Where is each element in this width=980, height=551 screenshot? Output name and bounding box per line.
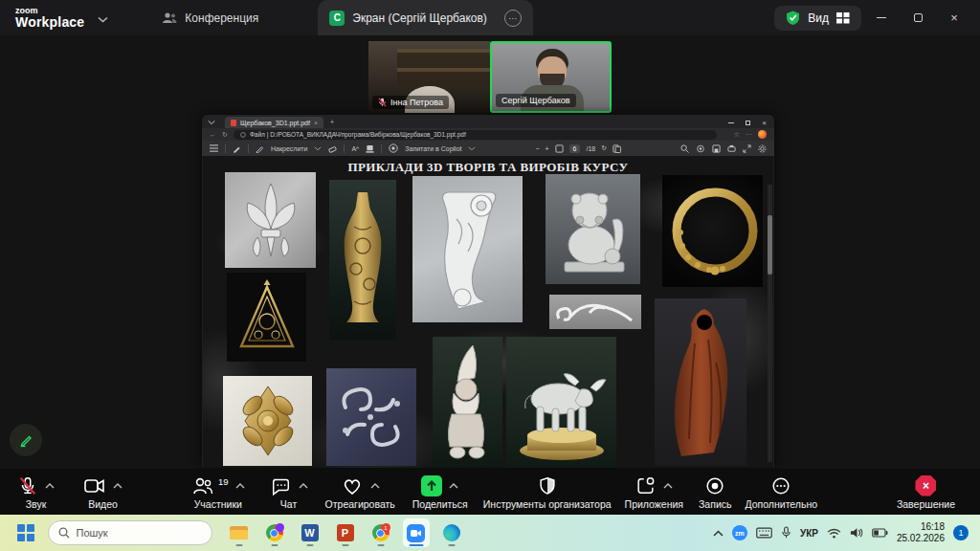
search-doc-icon[interactable]: [680, 144, 689, 153]
toolbar-video-button[interactable]: Видео: [83, 474, 122, 510]
settings-gear-icon[interactable]: [758, 144, 767, 153]
video-chevron-up-icon[interactable]: [113, 483, 122, 489]
browser-minimize-icon[interactable]: [728, 122, 734, 123]
pdf-scrollbar[interactable]: [768, 185, 772, 462]
taskbar-file-explorer[interactable]: [226, 518, 253, 547]
mic-muted-icon: [17, 475, 38, 496]
toolbar-participants-button[interactable]: 19 Участники: [191, 474, 245, 510]
edge-icon: [443, 524, 460, 541]
toolbar-record-button[interactable]: Запись: [699, 474, 731, 510]
copilot-button[interactable]: Запитати в Copilot: [405, 145, 461, 152]
taskbar-zoom-active[interactable]: [403, 518, 430, 547]
tab-options-ellipsis-icon[interactable]: ···: [504, 10, 522, 27]
taskbar-search-input[interactable]: Пошук: [48, 520, 212, 545]
notification-center-badge[interactable]: 1: [953, 525, 969, 540]
artwork-fleur-de-lis-relief: [225, 172, 316, 268]
participants-chevron-up-icon[interactable]: [235, 483, 245, 489]
text-size-icon[interactable]: Aᴬ: [351, 145, 359, 152]
page-view-icon[interactable]: [612, 144, 621, 153]
page-info-icon[interactable]: [240, 132, 246, 138]
fullscreen-icon[interactable]: [743, 144, 751, 153]
apps-chevron-up-icon[interactable]: [663, 483, 673, 489]
volume-icon[interactable]: [850, 527, 863, 539]
more-ellipsis-icon: [770, 475, 791, 496]
running-indicator: [448, 544, 455, 547]
browser-refresh-icon[interactable]: ↻: [222, 131, 228, 139]
browser-menu-ellipsis-icon[interactable]: ···: [746, 131, 752, 138]
taskbar-edge[interactable]: [438, 518, 465, 547]
window-close-button[interactable]: ×: [938, 4, 970, 33]
annotate-button[interactable]: [10, 424, 42, 456]
toolbar-chat-button[interactable]: Чат: [270, 474, 308, 510]
copilot-chevron-icon[interactable]: [468, 146, 476, 151]
toolbar-share-button[interactable]: Поделиться: [412, 474, 468, 510]
toolbar-apps-button[interactable]: Приложения: [625, 474, 683, 510]
start-button[interactable]: [17, 524, 34, 541]
eraser-icon[interactable]: [328, 144, 337, 153]
wifi-icon[interactable]: [827, 528, 841, 539]
current-page-field[interactable]: 6: [569, 144, 581, 153]
chat-chevron-up-icon[interactable]: [299, 483, 308, 489]
toolbar-react-button[interactable]: Отреагировать: [325, 474, 395, 510]
taskbar-powerpoint[interactable]: P: [332, 518, 359, 547]
zoom-in-icon[interactable]: +: [545, 145, 548, 152]
new-tab-button[interactable]: +: [330, 119, 334, 125]
search-icon: [58, 527, 70, 539]
taskbar-chrome-2[interactable]: 1: [368, 518, 394, 547]
video-thumbnails-strip: Інна Петрова Сергій Щербаков: [368, 41, 612, 113]
toolbar-audio-button[interactable]: Звук: [17, 474, 55, 510]
favorites-star-icon[interactable]: ☆: [734, 131, 740, 139]
view-button[interactable]: Вид: [774, 6, 861, 31]
view-button-label: Вид: [808, 11, 829, 25]
rotate-page-icon[interactable]: ↻: [601, 144, 607, 152]
video-tile-sergiy[interactable]: Сергій Щербаков: [490, 41, 612, 113]
zoom-meeting-toolbar: Звук Видео 19 Участники Чат Отреагироват…: [0, 469, 980, 515]
tray-expand-chevron-icon[interactable]: [713, 530, 724, 537]
browser-tab[interactable]: Щербаков_3D1.ppt.pdf ×: [225, 117, 323, 128]
workspace-chevron-down-icon[interactable]: [98, 10, 108, 27]
browser-maximize-icon[interactable]: [746, 121, 750, 125]
address-field[interactable]: Файл | D:/РОБОТА_ВИКЛАДАЧ/програма/Вибір…: [234, 130, 717, 140]
language-indicator[interactable]: УКР: [800, 528, 818, 539]
fit-page-icon[interactable]: [555, 144, 564, 153]
print-icon[interactable]: [727, 144, 736, 153]
participants-icon: [191, 475, 214, 496]
tab-screen-share[interactable]: C Экран (Сергій Щербаков) ···: [318, 0, 533, 35]
video-tile-inna[interactable]: Інна Петрова: [368, 41, 490, 113]
tray-zoom-icon[interactable]: zm: [732, 525, 747, 540]
draw-chevron-icon[interactable]: [314, 146, 322, 151]
toolbar-more-button[interactable]: Дополнительно: [745, 474, 817, 510]
zoom-out-icon[interactable]: −: [535, 145, 539, 152]
react-chevron-up-icon[interactable]: [370, 483, 380, 489]
taskbar-chrome-1[interactable]: [261, 518, 288, 547]
touch-keyboard-icon[interactable]: [756, 527, 772, 539]
share-chevron-up-icon[interactable]: [449, 483, 458, 489]
tray-date: 25.02.2026: [897, 533, 945, 545]
browser-close-icon[interactable]: ×: [762, 119, 767, 127]
toc-icon[interactable]: [210, 144, 218, 152]
tab-list-chevron-icon[interactable]: [208, 120, 215, 125]
tab-close-icon[interactable]: ×: [314, 120, 318, 126]
running-indicator: [306, 544, 313, 547]
audio-chevron-up-icon[interactable]: [45, 483, 55, 489]
draw-button[interactable]: Накреслити: [271, 145, 307, 152]
read-aloud-icon[interactable]: [696, 144, 705, 153]
browser-profile-avatar[interactable]: [758, 130, 767, 139]
pen-tool-icon[interactable]: [233, 144, 241, 153]
battery-icon[interactable]: [872, 528, 888, 538]
window-maximize-button[interactable]: [902, 4, 934, 33]
taskbar-word[interactable]: W: [297, 518, 323, 547]
window-minimize-button[interactable]: [865, 4, 898, 33]
tab-conference[interactable]: Конференция: [152, 0, 268, 35]
pdf-scrollbar-thumb[interactable]: [768, 215, 772, 275]
toolbar-host-tools-button[interactable]: Инструменты организатора: [483, 474, 612, 510]
tray-mic-icon[interactable]: [781, 526, 791, 540]
save-icon[interactable]: [712, 144, 721, 153]
browser-back-icon[interactable]: ←: [210, 131, 216, 138]
heart-reaction-icon: [341, 475, 364, 496]
toolbar-end-button[interactable]: × Завершение: [897, 474, 955, 510]
draw-pen-icon: [256, 144, 264, 153]
highlighter-icon[interactable]: [366, 144, 374, 153]
pdf-page-controls: − + 6 /18 ↻: [535, 144, 621, 153]
clock[interactable]: 16:18 25.02.2026: [897, 521, 945, 545]
